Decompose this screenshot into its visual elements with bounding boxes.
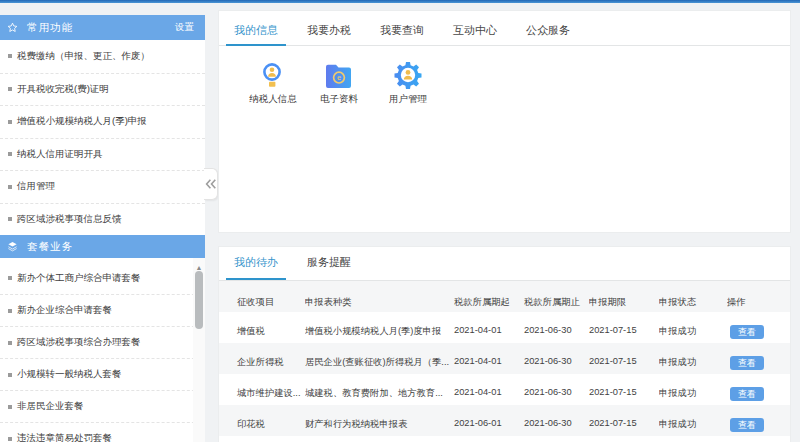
svg-text:e: e [337,73,341,82]
